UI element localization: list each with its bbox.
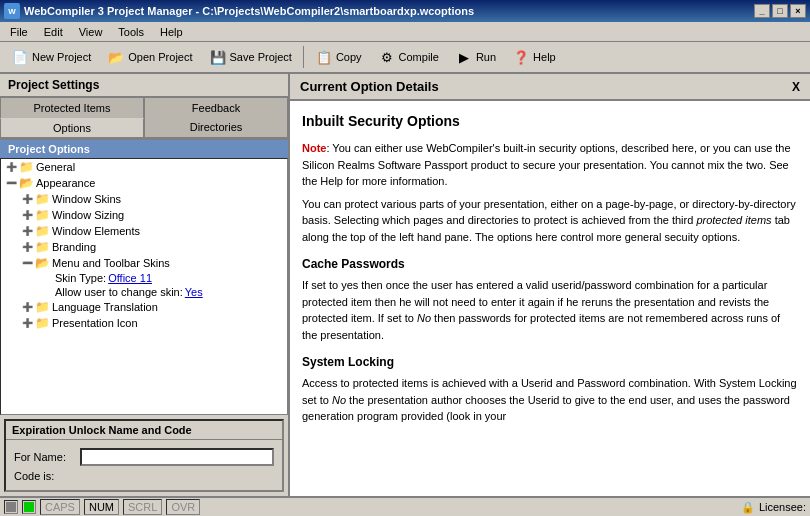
form-row-name: For Name: bbox=[14, 448, 274, 466]
scrl-badge: SCRL bbox=[123, 499, 162, 515]
tree-label-menu-toolbar: Menu and Toolbar Skins bbox=[52, 257, 170, 269]
status-indicator-2 bbox=[22, 500, 36, 514]
expand-menu-toolbar-icon: ➖ bbox=[21, 258, 33, 268]
tree-label-presentation-icon: Presentation Icon bbox=[52, 317, 138, 329]
tree-item-window-sizing[interactable]: ➕ 📁 Window Sizing bbox=[1, 207, 287, 223]
italic-no-1: No bbox=[417, 312, 431, 324]
status-indicator-1 bbox=[4, 500, 18, 514]
tab-options[interactable]: Options bbox=[0, 118, 144, 138]
panel-title: Project Settings bbox=[0, 74, 288, 97]
expiration-content: For Name: Code is: bbox=[6, 440, 282, 490]
expand-branding-icon: ➕ bbox=[21, 242, 33, 252]
folder-window-sizing-icon: 📁 bbox=[35, 208, 50, 222]
left-panel: Project Settings Protected Items Feedbac… bbox=[0, 74, 290, 496]
ovr-badge: OVR bbox=[166, 499, 200, 515]
right-panel-title: Current Option Details bbox=[300, 79, 439, 94]
compile-button[interactable]: ⚙ Compile bbox=[371, 44, 446, 70]
change-skin-label: Allow user to change skin: bbox=[55, 286, 183, 298]
content-para3: Access to protected items is achieved wi… bbox=[302, 375, 798, 425]
folder-window-elements-icon: 📁 bbox=[35, 224, 50, 238]
menu-bar: File Edit View Tools Help bbox=[0, 22, 810, 42]
save-project-button[interactable]: 💾 Save Project bbox=[202, 44, 299, 70]
menu-file[interactable]: File bbox=[4, 24, 34, 40]
name-label: For Name: bbox=[14, 451, 74, 463]
tree-label-appearance: Appearance bbox=[36, 177, 95, 189]
note-body: : You can either use WebCompiler's built… bbox=[302, 142, 791, 187]
expiration-header: Expiration Unlock Name and Code bbox=[6, 421, 282, 440]
caps-badge: CAPS bbox=[40, 499, 80, 515]
project-options-header: Project Options bbox=[0, 140, 288, 158]
tree-label-branding: Branding bbox=[52, 241, 96, 253]
tab-protected-items[interactable]: Protected Items bbox=[0, 97, 144, 118]
form-row-code: Code is: bbox=[14, 470, 274, 482]
menu-help[interactable]: Help bbox=[154, 24, 189, 40]
tab-row-1: Protected Items Feedback bbox=[0, 97, 288, 118]
run-button[interactable]: ▶ Run bbox=[448, 44, 503, 70]
help-button[interactable]: ❓ Help bbox=[505, 44, 563, 70]
tree-label-window-elements: Window Elements bbox=[52, 225, 140, 237]
expand-window-elements-icon: ➕ bbox=[21, 226, 33, 236]
skin-type-label: Skin Type: bbox=[55, 272, 106, 284]
copy-button[interactable]: 📋 Copy bbox=[308, 44, 369, 70]
maximize-button[interactable]: □ bbox=[772, 4, 788, 18]
folder-presentation-icon: 📁 bbox=[35, 316, 50, 330]
run-icon: ▶ bbox=[455, 48, 473, 66]
close-button[interactable]: × bbox=[790, 4, 806, 18]
tree-label-window-skins: Window Skins bbox=[52, 193, 121, 205]
change-skin-link[interactable]: Yes bbox=[185, 286, 203, 298]
expand-general-icon: ➕ bbox=[5, 162, 17, 172]
right-panel: Current Option Details X Inbuilt Securit… bbox=[290, 74, 810, 496]
tab-row-2: Options Directories bbox=[0, 118, 288, 140]
open-project-button[interactable]: 📂 Open Project bbox=[100, 44, 199, 70]
tree-item-appearance[interactable]: ➖ 📂 Appearance bbox=[1, 175, 287, 191]
toolbar: 📄 New Project 📂 Open Project 💾 Save Proj… bbox=[0, 42, 810, 74]
tree-area[interactable]: ➕ 📁 General ➖ 📂 Appearance ➕ 📁 Window Sk… bbox=[0, 158, 288, 415]
content-h2-locking: System Locking bbox=[302, 353, 798, 371]
content-para1: You can protect various parts of your pr… bbox=[302, 196, 798, 246]
tree-item-window-elements[interactable]: ➕ 📁 Window Elements bbox=[1, 223, 287, 239]
folder-menu-toolbar-icon: 📂 bbox=[35, 256, 50, 270]
toolbar-separator-1 bbox=[303, 46, 304, 68]
compile-icon: ⚙ bbox=[378, 48, 396, 66]
copy-icon: 📋 bbox=[315, 48, 333, 66]
right-panel-content: Inbuilt Security Options Note: You can e… bbox=[290, 101, 810, 496]
tree-item-change-skin: Allow user to change skin: Yes bbox=[1, 285, 287, 299]
tree-label-language-translation: Language Translation bbox=[52, 301, 158, 313]
folder-window-skins-icon: 📁 bbox=[35, 192, 50, 206]
menu-tools[interactable]: Tools bbox=[112, 24, 150, 40]
tab-directories[interactable]: Directories bbox=[144, 118, 288, 138]
licensee-icon: 🔒 bbox=[741, 501, 755, 514]
content-title: Inbuilt Security Options bbox=[302, 111, 798, 132]
tree-label-window-sizing: Window Sizing bbox=[52, 209, 124, 221]
status-gray-indicator bbox=[6, 502, 16, 512]
tree-item-presentation-icon[interactable]: ➕ 📁 Presentation Icon bbox=[1, 315, 287, 331]
tree-item-branding[interactable]: ➕ 📁 Branding bbox=[1, 239, 287, 255]
licensee-label: Licensee: bbox=[759, 501, 806, 513]
expand-language-icon: ➕ bbox=[21, 302, 33, 312]
skin-type-link[interactable]: Office 11 bbox=[108, 272, 152, 284]
num-badge: NUM bbox=[84, 499, 119, 515]
licensee-section: 🔒 Licensee: bbox=[741, 501, 806, 514]
expand-presentation-icon: ➕ bbox=[21, 318, 33, 328]
status-green-indicator bbox=[24, 502, 34, 512]
tree-item-menu-toolbar[interactable]: ➖ 📂 Menu and Toolbar Skins bbox=[1, 255, 287, 271]
name-input[interactable] bbox=[80, 448, 274, 466]
skin-type-spacer bbox=[41, 273, 53, 283]
window-title: WebCompiler 3 Project Manager - C:\Proje… bbox=[24, 5, 474, 17]
tree-item-general[interactable]: ➕ 📁 General bbox=[1, 159, 287, 175]
expand-appearance-icon: ➖ bbox=[5, 178, 17, 188]
expand-window-skins-icon: ➕ bbox=[21, 194, 33, 204]
minimize-button[interactable]: _ bbox=[754, 4, 770, 18]
app-icon: W bbox=[4, 3, 20, 19]
tree-label-general: General bbox=[36, 161, 75, 173]
menu-edit[interactable]: Edit bbox=[38, 24, 69, 40]
menu-view[interactable]: View bbox=[73, 24, 109, 40]
tab-feedback[interactable]: Feedback bbox=[144, 97, 288, 118]
folder-appearance-icon: 📂 bbox=[19, 176, 34, 190]
tree-item-window-skins[interactable]: ➕ 📁 Window Skins bbox=[1, 191, 287, 207]
right-panel-header: Current Option Details X bbox=[290, 74, 810, 101]
main-content: Project Settings Protected Items Feedbac… bbox=[0, 74, 810, 496]
right-panel-close-button[interactable]: X bbox=[792, 80, 800, 94]
new-project-button[interactable]: 📄 New Project bbox=[4, 44, 98, 70]
tree-item-language-translation[interactable]: ➕ 📁 Language Translation bbox=[1, 299, 287, 315]
